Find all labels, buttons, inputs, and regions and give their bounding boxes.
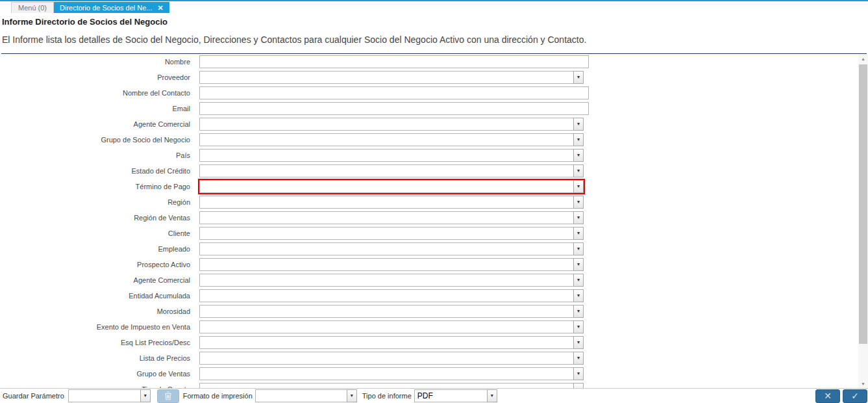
vertical-scrollbar[interactable]: ▲ ▼ <box>858 54 868 389</box>
chevron-down-icon: ▾ <box>577 75 580 80</box>
dropdown-button[interactable]: ▾ <box>573 118 584 131</box>
dropdown-button[interactable]: ▾ <box>573 336 584 349</box>
form-row: Región de Ventas▾ <box>0 211 858 224</box>
dropdown-button[interactable]: ▾ <box>573 352 584 365</box>
close-icon[interactable]: ✕ <box>157 5 163 12</box>
dropdown-button[interactable]: ▾ <box>573 71 584 84</box>
dropdown-button[interactable]: ▾ <box>573 367 584 380</box>
report-header: Informe Directorio de Socios del Negocio… <box>0 13 868 55</box>
prospecto-activo-combobox[interactable]: ▾ <box>199 258 584 271</box>
field-label-nombre-del-contacto: Nombre del Contacto <box>0 89 190 97</box>
field-label-agente-comercial: Agente Comercial <box>0 120 190 128</box>
scroll-down-button[interactable]: ▼ <box>858 379 868 389</box>
report-type-input[interactable] <box>414 389 487 402</box>
esq-list-precios-desc-input[interactable] <box>199 336 573 349</box>
field-label-morosidad: Morosidad <box>0 307 190 315</box>
dropdown-button[interactable]: ▾ <box>573 180 584 193</box>
pais-combobox[interactable]: ▾ <box>199 149 584 162</box>
empleado-combobox[interactable]: ▾ <box>199 242 584 255</box>
save-parameter-combobox[interactable]: ▾ <box>68 389 151 402</box>
chevron-down-icon: ▾ <box>577 153 580 158</box>
nombre-del-contacto-input[interactable] <box>199 86 589 99</box>
dropdown-button[interactable]: ▾ <box>573 383 584 388</box>
cliente-input[interactable] <box>199 227 573 240</box>
tab-menu-label: Menú (0) <box>18 4 47 12</box>
proveedor-combobox[interactable]: ▾ <box>199 71 584 84</box>
entidad-acumulada-input[interactable] <box>199 289 573 302</box>
ok-button[interactable]: ✓ <box>843 389 867 403</box>
save-parameter-label: Guardar Parámetro <box>3 392 64 400</box>
form-row: Empleado▾ <box>0 242 858 255</box>
chevron-down-icon: ▾ <box>577 356 580 361</box>
dropdown-button[interactable]: ▾ <box>573 164 584 177</box>
grupo-de-ventas-input[interactable] <box>199 367 573 380</box>
proveedor-input[interactable] <box>199 71 573 84</box>
dropdown-button[interactable]: ▾ <box>573 196 584 209</box>
dropdown-button[interactable]: ▾ <box>573 289 584 302</box>
form-row: Agente Comercial▾ <box>0 274 858 287</box>
scrollbar-thumb[interactable] <box>859 64 867 344</box>
morosidad-input[interactable] <box>199 305 573 318</box>
dropdown-button[interactable]: ▾ <box>573 211 584 224</box>
lista-de-precios-input[interactable] <box>199 352 573 365</box>
pais-input[interactable] <box>199 149 573 162</box>
agente-comercial-2-combobox[interactable]: ▾ <box>199 274 584 287</box>
tipo-de-cuenta-input[interactable] <box>199 383 573 388</box>
print-format-combobox[interactable]: ▾ <box>255 389 357 402</box>
entidad-acumulada-combobox[interactable]: ▾ <box>199 289 584 302</box>
dropdown-button[interactable]: ▾ <box>573 274 584 287</box>
cliente-combobox[interactable]: ▾ <box>199 227 584 240</box>
dropdown-button[interactable]: ▾ <box>573 133 584 146</box>
dropdown-button[interactable]: ▾ <box>487 389 497 402</box>
termino-de-pago-combobox[interactable]: ▾ <box>199 180 584 193</box>
tab-menu[interactable]: Menú (0) <box>11 2 54 13</box>
exento-de-impuesto-en-venta-combobox[interactable]: ▾ <box>199 320 584 333</box>
email-input[interactable] <box>199 102 589 115</box>
tipo-de-cuenta-combobox[interactable]: ▾ <box>199 383 584 388</box>
lista-de-precios-combobox[interactable]: ▾ <box>199 352 584 365</box>
termino-de-pago-input[interactable] <box>199 180 573 193</box>
report-type-combobox[interactable]: ▾ <box>414 389 497 402</box>
form-row: País▾ <box>0 149 858 162</box>
scroll-up-button[interactable]: ▲ <box>858 54 868 64</box>
estado-del-credito-input[interactable] <box>199 164 573 177</box>
region-de-ventas-combobox[interactable]: ▾ <box>199 211 584 224</box>
dropdown-button[interactable]: ▾ <box>573 258 584 271</box>
print-format-input[interactable] <box>255 389 347 402</box>
dropdown-button[interactable]: ▾ <box>573 320 584 333</box>
empleado-input[interactable] <box>199 242 573 255</box>
morosidad-combobox[interactable]: ▾ <box>199 305 584 318</box>
field-label-email: Email <box>0 105 190 112</box>
field-label-proveedor: Proveedor <box>0 73 190 81</box>
dropdown-button[interactable]: ▾ <box>573 242 584 255</box>
field-label-nombre: Nombre <box>0 58 190 66</box>
grupo-de-socio-del-negocio-input[interactable] <box>199 133 573 146</box>
region-de-ventas-input[interactable] <box>199 211 573 224</box>
trash-icon <box>164 391 172 400</box>
field-label-region: Región <box>0 198 190 206</box>
prospecto-activo-input[interactable] <box>199 258 573 271</box>
dropdown-button[interactable]: ▾ <box>140 389 151 402</box>
agente-comercial-combobox[interactable]: ▾ <box>199 118 584 131</box>
cancel-button[interactable]: ✕ <box>815 389 840 403</box>
grupo-de-ventas-combobox[interactable]: ▾ <box>199 367 584 380</box>
estado-del-credito-combobox[interactable]: ▾ <box>199 164 584 177</box>
dropdown-button[interactable]: ▾ <box>573 149 584 162</box>
grupo-de-socio-del-negocio-combobox[interactable]: ▾ <box>199 133 584 146</box>
form-row: Entidad Acumulada▾ <box>0 289 858 302</box>
dropdown-button[interactable]: ▾ <box>573 305 584 318</box>
region-combobox[interactable]: ▾ <box>199 196 584 209</box>
save-parameter-input[interactable] <box>68 389 140 402</box>
nombre-input[interactable] <box>199 55 589 68</box>
dropdown-button[interactable]: ▾ <box>573 227 584 240</box>
exento-de-impuesto-en-venta-input[interactable] <box>199 320 573 333</box>
form-row: Nombre del Contacto <box>0 86 858 99</box>
agente-comercial-2-input[interactable] <box>199 274 573 287</box>
delete-parameter-button[interactable] <box>157 389 179 403</box>
dropdown-button[interactable]: ▾ <box>347 389 357 402</box>
esq-list-precios-desc-combobox[interactable]: ▾ <box>199 336 584 349</box>
region-input[interactable] <box>199 196 573 209</box>
chevron-down-icon: ▾ <box>577 340 580 345</box>
tab-directorio-socios[interactable]: Directorio de Socios del Ne... ✕ <box>54 2 169 13</box>
agente-comercial-input[interactable] <box>199 118 573 131</box>
